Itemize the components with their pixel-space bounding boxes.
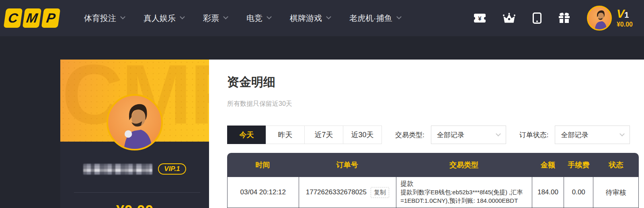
crown-vip-icon[interactable] <box>503 13 515 24</box>
main-menu: 体育投注 真人娱乐 彩票 电竞 棋牌游戏 老虎机·捕鱼 <box>84 13 401 24</box>
menu-label: 体育投注 <box>84 13 116 24</box>
chevron-down-icon <box>326 14 331 19</box>
transaction-type-select[interactable]: 全部记录 <box>431 126 506 144</box>
menu-label: 彩票 <box>203 13 219 24</box>
navbar-right-section: ¥ <box>474 6 633 31</box>
order-status-select[interactable]: 全部记录 <box>555 126 630 144</box>
transaction-type-title: 提款 <box>400 179 413 188</box>
page-title: 资金明细 <box>227 74 275 91</box>
chevron-down-icon <box>620 131 625 136</box>
menu-item-slots-fishing[interactable]: 老虎机·捕鱼 <box>349 13 401 24</box>
wallet-balance: ¥0.00 <box>617 21 633 28</box>
page-subtitle: 所有数据只保留近30天 <box>227 100 292 108</box>
gift-promo-icon[interactable] <box>559 12 570 24</box>
gift-bow <box>564 12 569 16</box>
yuan-symbol: ¥ <box>478 15 481 22</box>
mobile-app-icon[interactable] <box>533 12 541 24</box>
chevron-down-icon <box>396 14 402 19</box>
funds-table: 时间 订单号 交易类型 金额 手续费 状态 03/04 20:12:12 177… <box>227 153 639 208</box>
menu-item-esports[interactable]: 电竞 <box>246 13 271 24</box>
profile-sidebar: CMP VIP.1 ¥0.00 <box>60 60 209 208</box>
chevron-down-icon <box>180 14 185 19</box>
copy-button[interactable]: 复制 <box>371 187 389 198</box>
logo-letter-tile: C <box>4 8 23 28</box>
transaction-type-detail: 提款到数字EB钱包:eb52b3***8f45(免提) ,汇率=1EBDT:1.… <box>400 188 527 205</box>
level-and-balance: V1 ¥0.00 <box>617 8 633 28</box>
logo-letter-tile: P <box>41 8 61 28</box>
level-letter: V <box>617 7 624 20</box>
cell-transaction-type: 提款 提款到数字EB钱包:eb52b3***8f45(免提) ,汇率=1EBDT… <box>396 177 531 208</box>
vip-level-badge: V1 <box>617 8 633 21</box>
chevron-down-icon <box>267 14 272 19</box>
avatar[interactable] <box>107 94 163 150</box>
order-number: 1772626332678025 <box>306 188 367 196</box>
level-number: 1 <box>624 10 629 19</box>
header-fee: 手续费 <box>564 160 593 170</box>
tab-today[interactable]: 今天 <box>227 126 266 144</box>
order-status-label: 订单状态: <box>519 130 549 140</box>
username-row: VIP.1 <box>60 163 209 175</box>
sidebar-balance: ¥0.00 <box>60 202 209 208</box>
cell-amount: 184.00 <box>532 177 564 208</box>
gift-ribbon <box>563 16 565 23</box>
tab-last-30-days[interactable]: 近30天 <box>343 126 382 144</box>
menu-label: 电竞 <box>246 13 263 24</box>
menu-item-sports[interactable]: 体育投注 <box>84 13 125 24</box>
header-amount: 金额 <box>532 160 564 170</box>
divider <box>74 192 200 193</box>
menu-item-live-casino[interactable]: 真人娱乐 <box>144 13 184 24</box>
tab-last-7-days[interactable]: 近7天 <box>304 126 343 144</box>
menu-label: 老虎机·捕鱼 <box>349 13 392 24</box>
selected-value: 全部记录 <box>561 130 588 140</box>
cell-time: 03/04 20:12:12 <box>228 177 299 208</box>
chevron-down-icon <box>223 14 228 19</box>
filter-controls: 今天 昨天 近7天 近30天 交易类型: 全部记录 订单状态: 全部记录 <box>227 126 630 144</box>
menu-label: 棋牌游戏 <box>290 13 322 24</box>
brand-logo[interactable]: C M P <box>5 8 59 28</box>
cell-fee: 0.00 <box>564 177 593 208</box>
header-transaction-type: 交易类型 <box>396 160 532 170</box>
header-order-no: 订单号 <box>298 160 396 170</box>
user-account-box[interactable]: V1 ¥0.00 <box>587 6 633 31</box>
table-header-row: 时间 订单号 交易类型 金额 手续费 状态 <box>227 153 639 177</box>
masked-username <box>83 164 152 175</box>
logo-letter-tile: M <box>23 8 42 28</box>
table-row: 03/04 20:12:12 1772626332678025 复制 提款 提款… <box>227 177 639 208</box>
transaction-type-label: 交易类型: <box>395 130 425 140</box>
header-status: 状态 <box>593 160 639 170</box>
chevron-down-icon <box>496 131 501 136</box>
gift-bow <box>559 12 564 16</box>
cell-status: 待审核 <box>593 177 638 208</box>
header-time: 时间 <box>227 160 298 170</box>
menu-label: 真人娱乐 <box>144 13 176 24</box>
vip-badge: VIP.1 <box>158 163 186 175</box>
voucher-ticket-icon[interactable]: ¥ <box>474 14 486 23</box>
selected-value: 全部记录 <box>437 130 464 140</box>
menu-item-lottery[interactable]: 彩票 <box>203 13 228 24</box>
chevron-down-icon <box>120 14 125 19</box>
tab-yesterday[interactable]: 昨天 <box>266 126 305 144</box>
menu-item-board-games[interactable]: 棋牌游戏 <box>290 13 330 24</box>
avatar[interactable] <box>587 6 612 31</box>
top-navbar: C M P 体育投注 真人娱乐 彩票 电竞 棋牌游戏 老虎机·捕鱼 <box>0 0 644 36</box>
funds-detail-panel: 资金明细 所有数据只保留近30天 今天 昨天 近7天 近30天 交易类型: 全部… <box>209 60 644 208</box>
cell-order-no: 1772626332678025 复制 <box>299 177 396 208</box>
